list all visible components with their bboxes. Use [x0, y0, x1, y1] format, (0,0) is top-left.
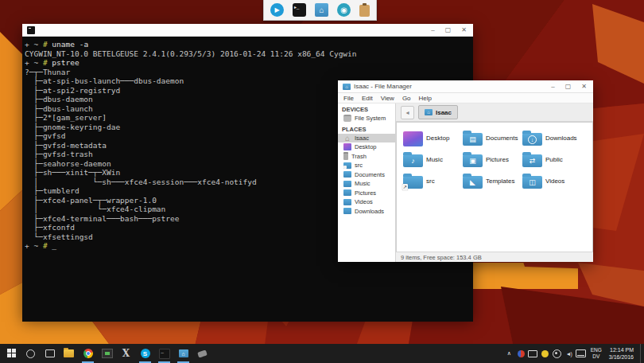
- sidebar-item-label: Downloads: [355, 208, 384, 215]
- menu-file[interactable]: File: [343, 95, 354, 102]
- folder-icon: [343, 171, 351, 178]
- desktop: – ▢ ✕ + ~ # uname -aCYGWIN_NT-10.0 BETEL…: [0, 0, 644, 363]
- file-explorer-taskbar-button[interactable]: [60, 344, 77, 363]
- file-downloads[interactable]: ↓Downloads: [522, 127, 582, 149]
- terminal-titlebar[interactable]: – ▢ ✕: [22, 24, 473, 37]
- show-desktop-button[interactable]: [640, 344, 644, 363]
- terminal-line: + ~ # pstree: [25, 58, 473, 68]
- folder-public-icon: ⇄: [522, 154, 542, 167]
- folder-shortcut-icon: [343, 162, 351, 169]
- sidebar-item-label: Music: [355, 180, 370, 187]
- sidebar-item-documents[interactable]: Documents: [338, 170, 395, 180]
- folder-icon: [343, 199, 351, 205]
- maximize-button[interactable]: ▢: [565, 80, 572, 92]
- maximize-button[interactable]: ▢: [445, 24, 452, 36]
- thunar-taskbar-button[interactable]: ⌂: [175, 344, 192, 363]
- sidebar-item-desktop[interactable]: Desktop: [338, 142, 395, 152]
- close-button[interactable]: ✕: [461, 24, 467, 36]
- display-icon[interactable]: [527, 344, 539, 363]
- file-label: Videos: [545, 178, 564, 185]
- app-launcher-icon[interactable]: [270, 3, 284, 17]
- skype-taskbar-button[interactable]: S: [137, 344, 153, 363]
- sidebar: DEVICES File System PLACES IsaacDesktopT…: [338, 103, 396, 262]
- start-taskbar-button[interactable]: [3, 344, 20, 363]
- terminal-window-controls: – ▢ ✕: [431, 24, 468, 36]
- menu-view[interactable]: View: [381, 95, 394, 102]
- unknown-app-taskbar-button[interactable]: [194, 344, 211, 363]
- back-button[interactable]: ◂: [401, 106, 414, 119]
- menu-help[interactable]: Help: [419, 95, 432, 102]
- hidden-icons-chevron-icon[interactable]: ∧: [503, 344, 515, 363]
- sidebar-item-downloads[interactable]: Downloads: [338, 207, 395, 217]
- task-view-taskbar-button[interactable]: [41, 344, 58, 363]
- terminal-icon: [159, 349, 170, 359]
- file-src[interactable]: src: [403, 170, 463, 192]
- menu-edit[interactable]: Edit: [362, 95, 373, 102]
- close-button[interactable]: ✕: [581, 80, 587, 92]
- sidebar-item-music[interactable]: Music: [338, 179, 395, 189]
- sidebar-item-trash[interactable]: Trash: [338, 152, 395, 162]
- file-desktop[interactable]: Desktop: [403, 127, 463, 149]
- x-server-icon: X: [122, 348, 130, 359]
- desktop-icon: [403, 131, 423, 146]
- clipboard-manager-icon[interactable]: [359, 5, 370, 17]
- sidebar-item-isaac[interactable]: Isaac: [338, 134, 395, 143]
- file-manager-icon[interactable]: [315, 3, 328, 17]
- file-public[interactable]: ⇄Public: [522, 149, 582, 170]
- minimize-button[interactable]: –: [551, 80, 554, 92]
- touch-keyboard-icon[interactable]: [575, 344, 587, 363]
- web-browser-icon[interactable]: [337, 3, 351, 17]
- vm-app-taskbar-button[interactable]: [99, 344, 115, 363]
- notification-app-icon[interactable]: [515, 344, 527, 363]
- file-manager-window-controls: – ▢ ✕: [551, 80, 588, 92]
- file-videos[interactable]: ◫Videos: [522, 170, 582, 192]
- windows-taskbar: XS⌂ ∧◄) ENG DV 12:14 PM 3/16/2016: [0, 344, 644, 363]
- cortana-taskbar-button[interactable]: [22, 344, 39, 363]
- terminal-taskbar-button[interactable]: [156, 344, 173, 363]
- file-music[interactable]: ♪Music: [403, 149, 463, 170]
- battery-icon[interactable]: [539, 344, 551, 363]
- downloads-emblem-icon: ↓: [522, 133, 542, 146]
- folder-videos-icon: ◫: [522, 176, 542, 189]
- path-button-isaac[interactable]: ⌂ Isaac: [418, 105, 458, 119]
- terminal-line: ?─┬─Thunar: [25, 68, 473, 77]
- drive-icon: [343, 115, 351, 122]
- clock[interactable]: 12:14 PM 3/16/2016: [606, 346, 640, 361]
- menu-go[interactable]: Go: [402, 95, 411, 102]
- file-label: Templates: [486, 178, 514, 185]
- x-server-taskbar-button[interactable]: X: [118, 344, 134, 363]
- volume-icon[interactable]: ◄): [563, 344, 575, 363]
- file-icon-view[interactable]: Desktop▤Documents↓Downloads♪Music▣Pictur…: [396, 122, 593, 252]
- file-manager-window-icon: ⌂: [343, 84, 351, 90]
- file-label: src: [426, 178, 435, 185]
- sidebar-item-label: Trash: [351, 153, 367, 160]
- network-glyph: [553, 349, 561, 358]
- folder-icon: [343, 189, 351, 196]
- path-button-label: Isaac: [436, 109, 452, 116]
- music-emblem-icon: ♪: [403, 154, 423, 167]
- terminal-line: + ~ # uname -a: [25, 40, 473, 49]
- unknown-app-icon: [197, 349, 208, 357]
- sidebar-item-file-system[interactable]: File System: [338, 114, 395, 123]
- chrome-taskbar-button[interactable]: [80, 344, 96, 363]
- status-text: 9 items, Free space: 153.4 GB: [401, 254, 482, 261]
- file-manager-titlebar[interactable]: ⌂ Isaac - File Manager – ▢ ✕: [338, 80, 593, 93]
- network-icon[interactable]: [551, 344, 563, 363]
- file-pictures[interactable]: ▣Pictures: [463, 149, 522, 170]
- sidebar-item-label: Isaac: [355, 135, 369, 142]
- sidebar-item-src[interactable]: src: [338, 161, 395, 170]
- sidebar-item-pictures[interactable]: Pictures: [338, 189, 395, 198]
- file-label: Pictures: [486, 156, 509, 163]
- file-label: Desktop: [426, 135, 449, 142]
- terminal-window-icon: [27, 26, 35, 34]
- hidden-icons-chevron-glyph: ∧: [507, 350, 511, 357]
- file-documents[interactable]: ▤Documents: [463, 127, 522, 149]
- terminal-icon[interactable]: [293, 3, 306, 17]
- minimize-button[interactable]: –: [431, 24, 434, 36]
- language-indicator[interactable]: ENG DV: [587, 347, 606, 360]
- folder-documents-icon: ▤: [463, 133, 483, 146]
- sidebar-item-videos[interactable]: Videos: [338, 197, 395, 207]
- file-explorer-icon: [64, 349, 74, 357]
- file-templates[interactable]: ◣Templates: [463, 170, 522, 192]
- task-view-icon: [45, 349, 55, 357]
